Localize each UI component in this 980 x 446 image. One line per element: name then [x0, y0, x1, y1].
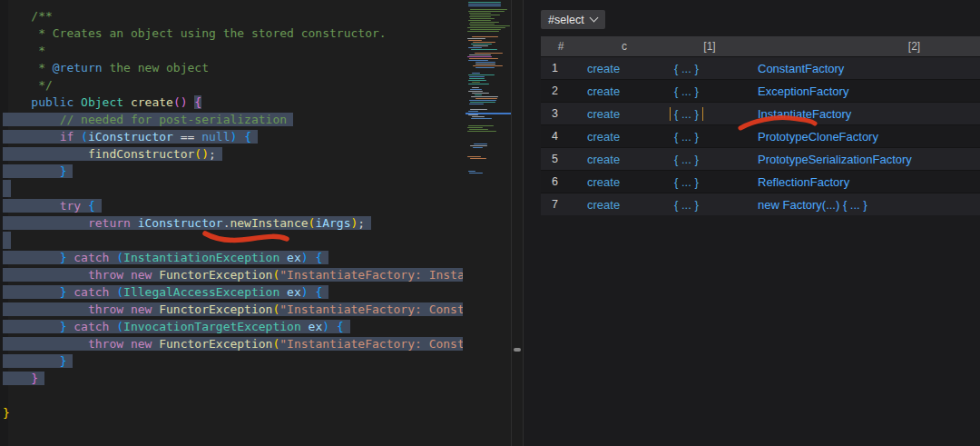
code-line: if (iConstructor == null) { [3, 128, 463, 145]
method-cell[interactable]: create [581, 107, 668, 121]
row-number-cell: 4 [541, 130, 581, 143]
table-row[interactable]: 7create{ ... }new Factory(...) { ... } [541, 193, 980, 215]
table-row[interactable]: 5create{ ... }PrototypeSerializationFact… [541, 147, 980, 170]
value-cell[interactable]: new Factory(...) { ... } [751, 198, 980, 212]
preview-cell[interactable]: { ... } [668, 107, 751, 121]
results-panel: #select # c [1] [2] 1create{ ... }Consta… [524, 0, 980, 446]
preview-cell[interactable]: { ... } [668, 198, 751, 212]
table-row[interactable]: 6create{ ... }ReflectionFactory [541, 170, 980, 193]
row-number-cell: 5 [541, 153, 581, 165]
method-cell[interactable]: create [581, 130, 668, 144]
preview-cell[interactable]: { ... } [668, 175, 751, 189]
minimap-selection-highlight [466, 113, 511, 114]
results-table: # c [1] [2] 1create{ ... }ConstantFactor… [541, 36, 980, 215]
method-cell[interactable]: create [581, 62, 668, 75]
code-line: } catch (InvocationTargetException ex) { [3, 318, 463, 335]
code-line: * Creates an object using the stored con… [3, 25, 463, 42]
code-line: } [3, 404, 463, 421]
code-line [3, 387, 463, 404]
preview-cell[interactable]: { ... } [668, 62, 751, 75]
code-line: /** [3, 7, 463, 25]
value-cell[interactable]: PrototypeSerializationFactory [751, 153, 980, 166]
column-header-c[interactable]: c [581, 40, 668, 53]
code-line [3, 232, 463, 249]
panel-splitter[interactable] [511, 0, 524, 446]
value-cell[interactable]: InstantiateFactory [751, 107, 980, 121]
table-row[interactable]: 2create{ ... }ExceptionFactory [541, 79, 980, 102]
table-row[interactable]: 1create{ ... }ConstantFactory [541, 56, 980, 79]
code-line: } [3, 370, 463, 387]
app-window: { "colors": { "selection": "#404a5c", "a… [0, 0, 980, 446]
select-dropdown-label: #select [548, 14, 584, 26]
value-cell[interactable]: ExceptionFactory [751, 84, 980, 98]
method-cell[interactable]: create [581, 175, 668, 189]
preview-cell[interactable]: { ... } [668, 84, 751, 98]
code-line: throw new FunctorException("InstantiateF… [3, 266, 463, 283]
row-number-cell: 2 [541, 84, 581, 97]
code-line: * @return the new object [3, 59, 463, 76]
minimap-content [467, 2, 509, 174]
preview-cell[interactable]: { ... } [668, 130, 751, 144]
splitter-handle[interactable] [514, 348, 521, 352]
code-line: * [3, 42, 463, 59]
code-line: } catch (IllegalAccessException ex) { [3, 283, 463, 301]
code-line: try { [3, 197, 463, 214]
code-line [3, 180, 463, 197]
table-row[interactable]: 3create{ ... }InstantiateFactory [541, 102, 980, 124]
column-header-1[interactable]: [1] [668, 40, 751, 53]
code-line: return iConstructor.newInstance(iArgs); [3, 214, 463, 232]
code-line: findConstructor(); [3, 145, 463, 163]
row-number-cell: 6 [541, 175, 581, 188]
table-row[interactable]: 4create{ ... }PrototypeCloneFactory [541, 124, 980, 147]
table-header: # c [1] [2] [541, 36, 980, 56]
row-number-cell: 1 [541, 62, 581, 74]
code-line: throw new FunctorException("InstantiateF… [3, 301, 463, 318]
code-line: } catch (InstantiationException ex) { [3, 249, 463, 266]
method-cell[interactable]: create [581, 198, 668, 212]
chevron-down-icon [589, 14, 598, 23]
code-line: */ [3, 76, 463, 94]
preview-cell[interactable]: { ... } [668, 153, 751, 166]
method-cell[interactable]: create [581, 153, 668, 166]
table-body: 1create{ ... }ConstantFactory2create{ ..… [541, 56, 980, 215]
value-cell[interactable]: ConstantFactory [751, 62, 980, 75]
row-number-cell: 7 [541, 198, 581, 211]
column-header-index[interactable]: # [541, 40, 581, 53]
code-line: public Object create() { [3, 94, 463, 111]
code-line: throw new FunctorException("InstantiateF… [3, 335, 463, 352]
focused-cell-outline: { ... } [670, 107, 703, 121]
code-line: } [3, 352, 463, 370]
method-cell[interactable]: create [581, 84, 668, 98]
value-cell[interactable]: PrototypeCloneFactory [751, 130, 980, 144]
code-editor[interactable]: /** * Creates an object using the stored… [0, 0, 463, 446]
row-number-cell: 3 [541, 107, 581, 120]
minimap[interactable] [466, 0, 511, 446]
code-line: } [3, 163, 463, 180]
code-line: // needed for post-serialization [3, 111, 463, 128]
value-cell[interactable]: ReflectionFactory [751, 175, 980, 189]
select-dropdown[interactable]: #select [541, 10, 605, 29]
code-content: /** * Creates an object using the stored… [3, 7, 463, 421]
column-header-2[interactable]: [2] [751, 40, 980, 53]
